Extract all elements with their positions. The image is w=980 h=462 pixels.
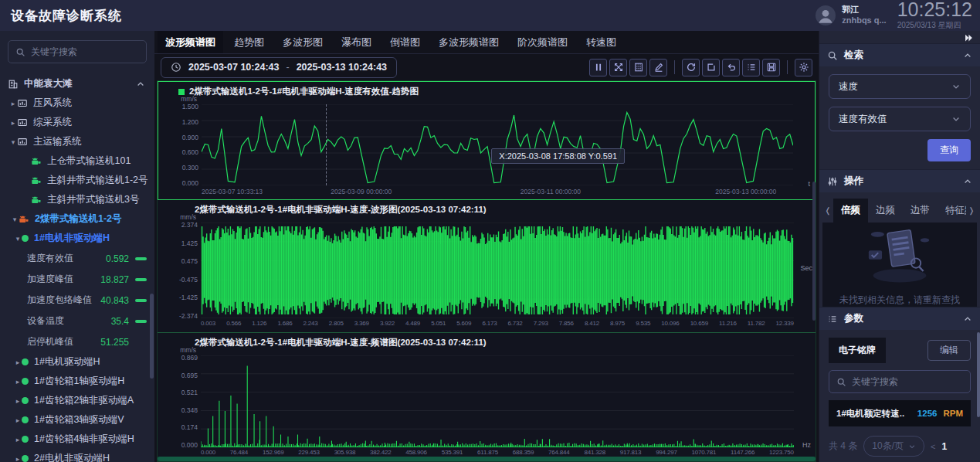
tree-expand-arrow[interactable]: ▸ (14, 436, 22, 443)
param-row[interactable]: 1#电机额定转速.. 1256 RPM (829, 400, 971, 426)
charts-vertical-scrollbar[interactable] (812, 182, 816, 321)
tabs-scroll-right[interactable]: ❭ (966, 206, 977, 215)
y-tick: 0.174 (181, 423, 198, 431)
chevron-up-icon[interactable] (963, 51, 972, 60)
tab-倒谱图[interactable]: 倒谱图 (382, 31, 428, 53)
tree-node[interactable]: 上仓带式输送机101 (0, 151, 154, 171)
date-range-picker[interactable]: 2025-03-07 10:24:43 - 2025-03-13 10:24:4… (161, 57, 397, 78)
tree-node[interactable]: ▸压风系统 (0, 93, 154, 113)
tree-expand-arrow[interactable]: ▾ (9, 138, 17, 146)
chevron-up-icon[interactable] (136, 80, 145, 89)
params-section-title: 参数 (844, 312, 863, 325)
tree-node[interactable]: ▸1#电机驱动端H (0, 352, 154, 372)
tree-node[interactable]: ▸1#齿轮箱2轴非驱动端A (0, 391, 154, 410)
main-content: 波形频谱图趋势图多波形图瀑布图倒谱图多波形频谱图阶次频谱图转速图 2025-03… (154, 31, 819, 462)
date-range-start[interactable]: 2025-03-07 10:24:43 (188, 62, 279, 73)
tree-node[interactable]: ▸1#齿轮箱3轴驱动端V (0, 410, 154, 430)
spectrum-plot[interactable] (201, 355, 794, 447)
measurement-row[interactable]: 启停机峰值51.255 (0, 331, 154, 352)
save-icon[interactable] (762, 59, 780, 76)
search-section-header[interactable]: 检索 (819, 43, 980, 66)
tree-node[interactable]: ▾2煤带式输送机1-2号 (0, 209, 154, 229)
charts-horizontal-scrollbar[interactable] (158, 457, 816, 461)
tree-node[interactable]: ▾1#电机非驱动端H (0, 229, 154, 248)
tabs-scroll-left[interactable]: ❬ (822, 206, 833, 215)
query-button[interactable]: 查询 (927, 139, 971, 161)
params-search-input[interactable]: 关键字搜索 (829, 370, 971, 393)
measurement-row[interactable]: 设备温度35.4 (0, 311, 154, 331)
measurement-row[interactable]: 速度有效值0.592 (0, 248, 154, 269)
tree-expand-arrow[interactable]: ▸ (14, 358, 22, 366)
tree-expand-arrow[interactable]: ▾ (14, 235, 22, 243)
tab-转速图[interactable]: 转速图 (578, 31, 624, 53)
op-tab-特征频[interactable]: 特征频 (938, 199, 966, 223)
band-icon[interactable] (629, 59, 647, 76)
current-page[interactable]: 1 (941, 441, 947, 452)
params-section-header[interactable]: 参数 (819, 307, 980, 330)
x-tick: 3.922 (380, 320, 395, 331)
sidebar-search-input[interactable]: 关键字搜索 (8, 40, 147, 63)
list-icon[interactable] (742, 59, 760, 76)
measurement-label: 启停机峰值 (27, 335, 73, 348)
trend-plot[interactable]: X:2025-03-08 17:58:08 Y:0.591 (202, 104, 793, 185)
tree-org-node[interactable]: 中能袁大滩 (0, 74, 154, 93)
tab-瀑布图[interactable]: 瀑布图 (334, 31, 379, 53)
op-tab-边频[interactable]: 边频 (868, 199, 903, 223)
tree-node[interactable]: ▸1#齿轮箱4轴非驱动端H (0, 430, 154, 449)
op-tab-边带[interactable]: 边带 (903, 199, 938, 223)
date-range-end[interactable]: 2025-03-13 10:24:43 (297, 62, 387, 73)
x-tick: 9.535 (636, 320, 650, 331)
tree-expand-arrow[interactable]: ▸ (14, 416, 22, 424)
trend-chart[interactable]: 2煤带式输送机1-2号-1#电机非驱动端H-速度有效值-趋势图 mm/s 1.5… (158, 81, 816, 200)
spectrum-chart-title-row: 2煤带式输送机1-2号-1#电机非驱动端H-速度-频谱图(2025-03-13 … (158, 333, 816, 349)
spectrum-chart-title: 2煤带式输送机1-2号-1#电机非驱动端H-速度-频谱图(2025-03-13 … (195, 337, 487, 348)
pause-icon[interactable] (589, 59, 607, 76)
user-menu[interactable]: 郭江 znhbqs q... (816, 5, 886, 26)
y-tick: -2.374 (179, 312, 198, 320)
tree-node[interactable]: ▸综采系统 (0, 113, 154, 132)
chevron-up-icon[interactable] (963, 177, 972, 186)
measurement-row[interactable]: 加速度包络峰值40.843 (0, 290, 154, 311)
tree-expand-arrow[interactable]: ▸ (14, 397, 22, 405)
measure-type-select[interactable]: 速度有效值 (829, 107, 971, 131)
edit-button[interactable]: 编辑 (927, 340, 971, 361)
signal-type-select[interactable]: 速度 (829, 74, 971, 99)
tree-node[interactable]: 主斜井带式输送机1-2号 (0, 171, 154, 190)
operation-section-header[interactable]: 操作 (819, 169, 980, 192)
tree-node[interactable]: ▸1#齿轮箱1轴驱动端H (0, 372, 154, 391)
measurement-value: 0.592 (106, 253, 129, 264)
sidebar-scrollbar[interactable] (150, 294, 154, 379)
tree-node[interactable]: 主斜井带式输送机3号 (0, 190, 154, 209)
gear-icon[interactable] (795, 59, 812, 76)
panel-scrollbar[interactable] (977, 332, 980, 417)
tab-多波形频谱图[interactable]: 多波形频谱图 (431, 31, 507, 53)
tree-expand-arrow[interactable]: ▸ (14, 378, 22, 386)
waveform-chart[interactable]: 2煤带式输送机1-2号-1#电机非驱动端H-速度-波形图(2025-03-13 … (158, 200, 816, 333)
expand-icon[interactable] (609, 59, 627, 76)
tree-expand-arrow[interactable]: ▸ (9, 100, 17, 107)
prev-page-button[interactable]: < (931, 442, 935, 451)
op-tab-倍频[interactable]: 倍频 (833, 199, 868, 223)
trend-chart-title: 2煤带式输送机1-2号-1#电机非驱动端H-速度有效值-趋势图 (189, 86, 419, 97)
tree-expand-arrow[interactable]: ▸ (14, 455, 22, 462)
chevron-up-icon[interactable] (963, 314, 972, 324)
tree-node[interactable]: ▸2#电机非驱动端H (0, 449, 154, 462)
spectrum-chart[interactable]: 2煤带式输送机1-2号-1#电机非驱动端H-速度-频谱图(2025-03-13 … (158, 333, 816, 461)
tab-趋势图[interactable]: 趋势图 (226, 31, 272, 53)
waveform-plot[interactable] (201, 223, 794, 318)
tab-多波形图[interactable]: 多波形图 (275, 31, 331, 53)
tree-node[interactable]: ▾主运输系统 (0, 132, 154, 151)
pencil-icon[interactable] (649, 59, 667, 76)
page-size-select[interactable]: 10条/页 (863, 436, 924, 457)
tree-expand-arrow[interactable]: ▾ (11, 216, 19, 223)
measurement-row[interactable]: 加速度峰值18.827 (0, 269, 154, 290)
tab-阶次频谱图[interactable]: 阶次频谱图 (510, 31, 575, 53)
collapse-panel-icon[interactable] (963, 32, 974, 43)
undo-icon[interactable] (722, 59, 740, 76)
refresh-icon[interactable] (682, 59, 700, 76)
nameplate-tab[interactable]: 电子铭牌 (829, 338, 886, 363)
tab-波形频谱图[interactable]: 波形频谱图 (158, 31, 223, 53)
tree-expand-arrow[interactable]: ▸ (9, 119, 17, 127)
crop-icon[interactable] (702, 59, 720, 76)
measurement-value: 18.827 (100, 274, 129, 285)
